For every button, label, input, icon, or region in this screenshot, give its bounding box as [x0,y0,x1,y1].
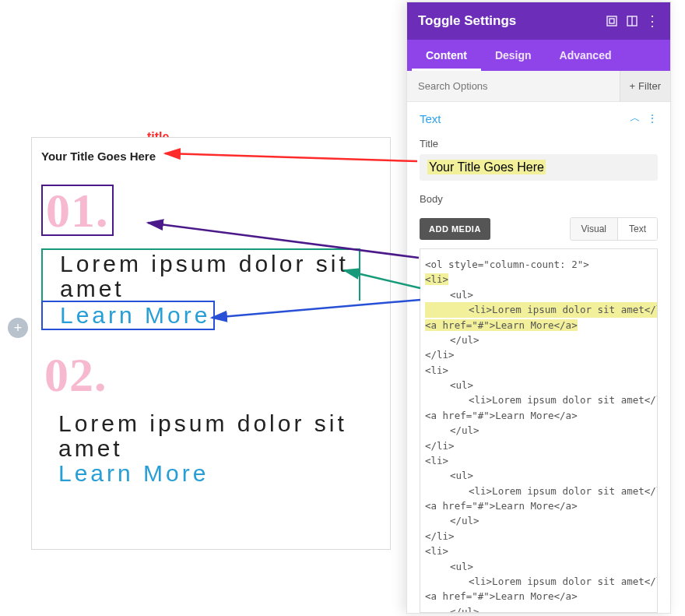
preview-canvas: Your Title Goes Here 01. Lorem ipsum dol… [31,137,391,550]
more-icon[interactable]: ⋮ [645,14,659,28]
body-field-label: Body [420,193,658,205]
filter-label: Filter [638,80,661,92]
ordered-number-2: 02. [41,350,111,399]
filter-button[interactable]: + Filter [620,71,670,101]
editor-tab-visual[interactable]: Visual [571,218,618,240]
section-header[interactable]: Text ︿ ⋮ [420,111,658,132]
search-input[interactable] [407,71,620,101]
layout-icon[interactable] [625,14,639,28]
search-row: + Filter [407,71,670,102]
title-field-label: Title [420,138,658,150]
ordered-number-1: 01. [41,185,114,236]
section-title: Text [420,112,441,125]
tab-design[interactable]: Design [481,40,546,71]
section-more-icon[interactable]: ⋮ [641,112,658,125]
svg-rect-1 [609,19,614,23]
learn-more-link-2[interactable]: Learn More [41,460,209,487]
panel-header: Toggle Settings ⋮ [407,2,670,40]
settings-panel: Toggle Settings ⋮ Content Design Advance… [406,2,671,614]
tab-advanced[interactable]: Advanced [546,40,626,71]
svg-rect-0 [607,16,616,26]
plus-icon: + [630,80,636,92]
add-section-button[interactable]: + [8,318,28,338]
ordered-item-2: 02. Lorem ipsum dolor sit amet Learn Mor… [41,350,381,487]
title-input-value: Your Title Goes Here [427,160,546,174]
panel-title: Toggle Settings [418,13,599,29]
module-title: Your Title Goes Here [41,150,381,163]
add-media-button[interactable]: ADD MEDIA [420,218,490,240]
panel-tabs: Content Design Advanced [407,40,670,71]
body-code-editor[interactable]: <ol style="column-count: 2"> <li> <ul> <… [420,248,658,613]
editor-tabs: Visual Text [570,217,658,241]
text-section: Text ︿ ⋮ Title Your Title Goes Here Body… [407,102,670,613]
chevron-up-icon[interactable]: ︿ [624,111,641,125]
learn-more-link-1[interactable]: Learn More [41,301,215,330]
title-input[interactable]: Your Title Goes Here [420,154,658,181]
unordered-text-1: Lorem ipsum dolor sit amet [41,248,360,301]
unordered-text-2: Lorem ipsum dolor sit amet [41,411,360,460]
expand-icon[interactable] [605,14,619,28]
editor-tab-text[interactable]: Text [618,218,657,240]
ordered-item-1: 01. Lorem ipsum dolor sit amet Learn Mor… [41,185,381,330]
tab-content[interactable]: Content [412,40,481,71]
